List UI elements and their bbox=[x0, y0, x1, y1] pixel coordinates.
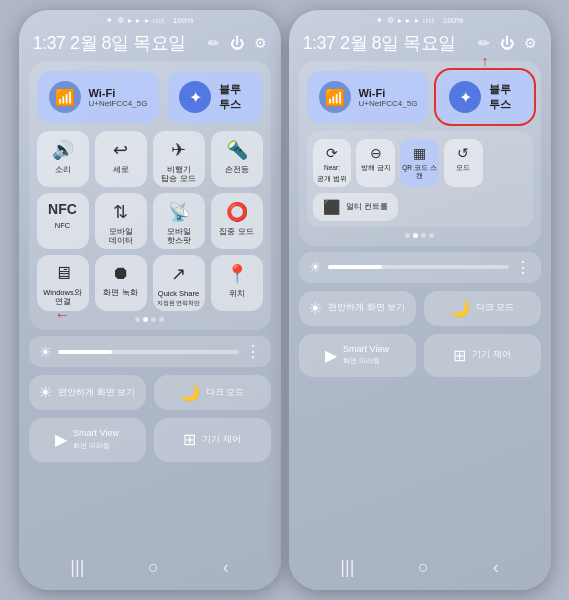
easy-mode-text-left: 편안하게 화면 보기 bbox=[58, 387, 135, 399]
nav-menu-right[interactable]: ||| bbox=[340, 557, 354, 578]
time-date-right: 1:37 2월 8일 목요일 bbox=[303, 31, 456, 55]
dex-tile-left[interactable]: 🖥 Windows와연결 bbox=[37, 255, 89, 311]
settings-icon-left[interactable]: ⚙ bbox=[254, 35, 267, 51]
rdot2 bbox=[413, 233, 418, 238]
wifi-tile-left[interactable]: 📶 Wi-Fi U+NetFCC4_5G bbox=[37, 71, 160, 123]
smart-view-icon-left: ▶ bbox=[55, 430, 67, 449]
bt-multi-icon-right: ⬛ bbox=[323, 199, 340, 215]
rotate-tile-left[interactable]: ↩ 세로 bbox=[95, 131, 147, 187]
nav-home-left[interactable]: ○ bbox=[148, 557, 159, 578]
brightness-more-right[interactable]: ⋮ bbox=[515, 258, 531, 277]
nav-back-left[interactable]: ‹ bbox=[223, 557, 229, 578]
edit-icon-left[interactable]: ✏ bbox=[208, 35, 220, 51]
tiles-grid-row4-left: 🖥 Windows와연결 ⏺ 화면 녹화 ↗ Quick Share지정된 연락… bbox=[37, 255, 263, 311]
bluetooth-tile-left[interactable]: ✦ 블루투스 bbox=[167, 71, 262, 123]
device-control-btn-right[interactable]: ⊞ 기기 제어 bbox=[424, 334, 541, 377]
bt-expanded-section-right: ⟳ Near: 공개 범위 ⊖ 방해 금지 ▦ QR 코드 스캔 ↺ 모드 bbox=[307, 131, 533, 227]
red-arrow-left: ← bbox=[55, 306, 71, 324]
quick-actions-right: ☀ 편안하게 화면 보기 🌙 다크 모드 bbox=[299, 291, 541, 326]
brightness-icon-left: ☀ bbox=[39, 344, 52, 360]
edit-icon-right[interactable]: ✏ bbox=[478, 35, 490, 51]
bt-multi-label-right: 멀티 컨트롤 bbox=[346, 202, 388, 212]
location-tile-left[interactable]: 📍 위치 bbox=[211, 255, 263, 311]
nav-home-right[interactable]: ○ bbox=[418, 557, 429, 578]
red-arrow-bt-right: ↑ bbox=[481, 53, 488, 69]
bt-scan-label-right: Near: bbox=[324, 164, 340, 172]
device-control-text-right: 기기 제어 bbox=[472, 349, 511, 361]
easy-mode-icon-right: ☀ bbox=[308, 299, 322, 318]
hotspot-tile-left[interactable]: 📡 모바일핫스팟 bbox=[153, 193, 205, 249]
bluetooth-name-left: 블루투스 bbox=[219, 82, 250, 112]
bt-qr-label-right: QR 코드 스캔 bbox=[402, 164, 437, 180]
nfc-tile-left[interactable]: NFC NFC bbox=[37, 193, 89, 249]
status-icons-right: ✦ ⚙ ▸ ▸ ▸ ılıl bbox=[376, 16, 435, 25]
flashlight-tile-left[interactable]: 🔦 손전등 bbox=[211, 131, 263, 187]
dex-icon-left: 🖥 bbox=[54, 263, 72, 284]
wifi-tile-right[interactable]: 📶 Wi-Fi U+NetFCC4_5G bbox=[307, 71, 430, 123]
smart-view-btn-left[interactable]: ▶ Smart View화면 미라링 bbox=[29, 418, 146, 461]
time-bar-left: 1:37 2월 8일 목요일 ✏ ⏻ ⚙ bbox=[19, 29, 281, 61]
nav-back-right[interactable]: ‹ bbox=[493, 557, 499, 578]
tiles-section-left: 📶 Wi-Fi U+NetFCC4_5G ✦ 블루투스 🔊 소리 ↩ bbox=[29, 61, 271, 330]
bottom-btns-right: ▶ Smart View화면 미라링 ⊞ 기기 제어 bbox=[299, 334, 541, 377]
tiles-main-row-left: 📶 Wi-Fi U+NetFCC4_5G ✦ 블루투스 bbox=[37, 71, 263, 123]
device-control-icon-right: ⊞ bbox=[453, 346, 466, 365]
bt-multi-tile-right[interactable]: ⬛ 멀티 컨트롤 bbox=[313, 193, 398, 221]
wifi-icon-left: 📶 bbox=[49, 81, 81, 113]
screenrec-tile-left[interactable]: ⏺ 화면 녹화 bbox=[95, 255, 147, 311]
time-date-left: 1:37 2월 8일 목요일 bbox=[33, 31, 186, 55]
bt-mode-tile-right[interactable]: ↺ 모드 bbox=[444, 139, 483, 187]
bluetooth-text-right: 블루투스 bbox=[489, 82, 520, 112]
left-phone: ✦ ⚙ ▸ ▸ ▸ ılıl 100% 1:37 2월 8일 목요일 ✏ ⏻ ⚙… bbox=[19, 10, 281, 590]
tiles-section-right: 📶 Wi-Fi U+NetFCC4_5G ✦ 블루투스 ↑ ⟳ bbox=[299, 61, 541, 246]
bt-block-tile-right[interactable]: ⊖ 방해 금지 bbox=[356, 139, 395, 187]
device-control-text-left: 기기 제어 bbox=[202, 434, 241, 446]
wifi-sub-left: U+NetFCC4_5G bbox=[89, 99, 148, 108]
easy-mode-btn-left[interactable]: ☀ 편안하게 화면 보기 bbox=[29, 375, 146, 410]
easy-mode-btn-right[interactable]: ☀ 편안하게 화면 보기 bbox=[299, 291, 416, 326]
smart-view-text-right: Smart View화면 미라링 bbox=[343, 344, 389, 367]
brightness-more-left[interactable]: ⋮ bbox=[245, 342, 261, 361]
brightness-bar-left[interactable] bbox=[58, 350, 239, 354]
quickshare-tile-left[interactable]: ↗ Quick Share지정된 연락처만 bbox=[153, 255, 205, 311]
smart-view-btn-right[interactable]: ▶ Smart View화면 미라링 bbox=[299, 334, 416, 377]
power-icon-left[interactable]: ⏻ bbox=[230, 35, 244, 51]
bt-qr-icon-right: ▦ bbox=[413, 145, 426, 161]
screenrec-label-left: 화면 녹화 bbox=[103, 288, 137, 297]
tiles-main-row-right: 📶 Wi-Fi U+NetFCC4_5G ✦ 블루투스 ↑ bbox=[307, 71, 533, 123]
bluetooth-name-right: 블루투스 bbox=[489, 82, 520, 112]
bt-empty-right bbox=[488, 139, 527, 187]
focus-tile-left[interactable]: ⭕ 집중 모드 bbox=[211, 193, 263, 249]
bt-mode-label-right: 모드 bbox=[456, 164, 470, 172]
rdot3 bbox=[421, 233, 426, 238]
mobiledata-tile-left[interactable]: ⇅ 모바일데이터 bbox=[95, 193, 147, 249]
bluetooth-tile-right[interactable]: ✦ 블루투스 ↑ bbox=[437, 71, 532, 123]
smart-view-icon-right: ▶ bbox=[325, 346, 337, 365]
brightness-row-right: ☀ ⋮ bbox=[299, 252, 541, 283]
settings-icon-right[interactable]: ⚙ bbox=[524, 35, 537, 51]
dot2 bbox=[143, 317, 148, 322]
bt-qr-tile-right[interactable]: ▦ QR 코드 스캔 bbox=[400, 139, 439, 187]
smart-view-text-left: Smart View화면 미라링 bbox=[73, 428, 119, 451]
dark-mode-btn-right[interactable]: 🌙 다크 모드 bbox=[424, 291, 541, 326]
device-control-btn-left[interactable]: ⊞ 기기 제어 bbox=[154, 418, 271, 461]
bt-scan-tile-right[interactable]: ⟳ Near: 공개 범위 bbox=[313, 139, 352, 187]
bottom-btns-left: ▶ Smart View화면 미라링 ⊞ 기기 제어 bbox=[29, 418, 271, 461]
quick-actions-left: ☀ 편안하게 화면 보기 🌙 다크 모드 bbox=[29, 375, 271, 410]
bt-block-icon-right: ⊖ bbox=[370, 145, 382, 161]
nav-bar-left: ||| ○ ‹ bbox=[19, 549, 281, 590]
power-icon-right[interactable]: ⏻ bbox=[500, 35, 514, 51]
flashlight-label-left: 손전등 bbox=[225, 165, 249, 174]
bt-block-label-right: 방해 금지 bbox=[361, 164, 391, 172]
sound-tile-left[interactable]: 🔊 소리 bbox=[37, 131, 89, 187]
wifi-sub-right: U+NetFCC4_5G bbox=[359, 99, 418, 108]
bluetooth-icon-right: ✦ bbox=[449, 81, 481, 113]
dark-mode-btn-left[interactable]: 🌙 다크 모드 bbox=[154, 375, 271, 410]
status-bar-right: ✦ ⚙ ▸ ▸ ▸ ılıl 100% bbox=[289, 10, 551, 29]
airplane-tile-left[interactable]: ✈ 비행기탑승 모드 bbox=[153, 131, 205, 187]
brightness-bar-right[interactable] bbox=[328, 265, 509, 269]
rdot1 bbox=[405, 233, 410, 238]
quickshare-icon-left: ↗ bbox=[171, 263, 186, 285]
nav-menu-left[interactable]: ||| bbox=[70, 557, 84, 578]
location-label-left: 위치 bbox=[229, 289, 245, 298]
